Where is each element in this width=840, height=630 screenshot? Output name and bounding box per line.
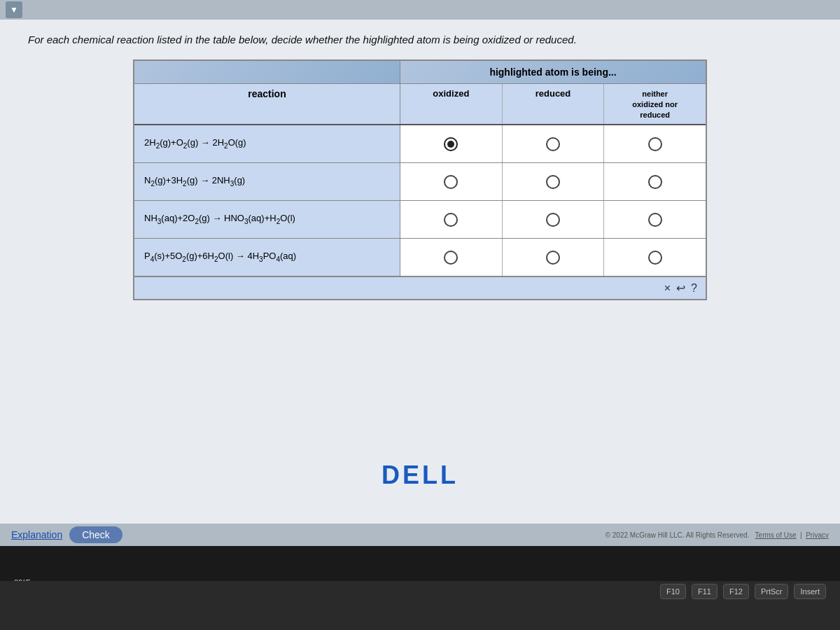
row3-reduced-radio[interactable] [503,201,605,238]
radio-button[interactable] [444,175,458,189]
dell-logo: DELL [382,461,458,490]
options-headers: oxidized reduced neitheroxidized norredu… [400,84,706,124]
row4-oxidized-radio[interactable] [400,239,503,276]
table-row: P4(s)+5O2(g)+6H2O(l) → 4H3PO4(aq) [134,239,706,276]
bottom-bar: Explanation Check © 2022 McGraw Hill LLC… [0,524,840,546]
f10-key: F10 [660,584,686,599]
row2-neither-radio[interactable] [604,163,706,200]
row3-oxidized-radio[interactable] [400,201,503,238]
row2-oxidized-radio[interactable] [400,163,503,200]
table-header-section: highlighted atom is being... [134,61,706,84]
row3-neither-radio[interactable] [604,201,706,238]
table-action-row: × ↩ ? [134,276,706,299]
close-icon[interactable]: × [664,282,671,295]
top-bar: ▼ [0,0,840,20]
radio-button[interactable] [648,213,662,227]
reaction-cell-2: N2(g)+3H2(g) → 2NH3(g) [134,163,400,200]
copyright-text: © 2022 McGraw Hill LLC. All Rights Reser… [606,531,829,539]
explanation-button[interactable]: Explanation [11,529,62,540]
reaction-col-label: reaction [134,84,400,124]
radio-button[interactable] [444,251,458,265]
radio-button[interactable] [546,175,560,189]
insert-key: Insert [794,584,826,599]
reaction-cell-4: P4(s)+5O2(g)+6H2O(l) → 4H3PO4(aq) [134,239,400,276]
privacy-link[interactable]: Privacy [806,531,829,539]
help-icon[interactable]: ? [691,282,697,295]
row1-neither-radio[interactable] [604,125,706,162]
col-header-neither: neitheroxidized norreduced [604,84,706,124]
row3-options [400,201,706,238]
table-row: 2H2(g)+O2(g) → 2H2O(g) [134,125,706,163]
reactions-table: highlighted atom is being... reaction ox… [133,59,707,300]
table-row: N2(g)+3H2(g) → 2NH3(g) [134,163,706,201]
radio-button[interactable] [546,137,560,151]
reaction-header [134,61,400,83]
radio-button[interactable] [648,175,662,189]
row4-neither-radio[interactable] [604,239,706,276]
explanation-check-area: Explanation Check [11,526,122,543]
chevron-down-button[interactable]: ▼ [6,1,22,18]
row2-options [400,163,706,200]
radio-button[interactable] [444,213,458,227]
keyboard-area: F10 F11 F12 PrtScr Insert [0,581,840,630]
table-row: NH3(aq)+2O2(g) → HNO3(aq)+H2O(l) [134,201,706,239]
radio-button[interactable] [546,213,560,227]
table-actions: × ↩ ? [664,281,697,295]
f12-key: F12 [723,584,749,599]
instruction-text: For each chemical reaction listed in the… [28,34,812,46]
main-content: For each chemical reaction listed in the… [0,20,840,524]
row2-reduced-radio[interactable] [503,163,605,200]
col-header-oxidized: oxidized [400,84,503,124]
row1-reduced-radio[interactable] [503,125,605,162]
row4-options [400,239,706,276]
row1-options [400,125,706,162]
undo-icon[interactable]: ↩ [676,281,685,295]
row4-reduced-radio[interactable] [503,239,605,276]
col-header-reduced: reduced [503,84,605,124]
radio-button[interactable] [648,251,662,265]
terms-link[interactable]: Terms of Use [755,531,797,539]
radio-button[interactable] [648,137,662,151]
reaction-cell-1: 2H2(g)+O2(g) → 2H2O(g) [134,125,400,162]
f11-key: F11 [692,584,718,599]
prtscr-key: PrtScr [755,584,789,599]
row1-oxidized-radio[interactable] [400,125,503,162]
radio-button[interactable] [444,137,458,151]
highlighted-atom-header: highlighted atom is being... [400,61,706,83]
table-sub-header: reaction oxidized reduced neitheroxidize… [134,84,706,125]
check-button[interactable]: Check [69,526,122,543]
radio-button[interactable] [546,251,560,265]
reaction-cell-3: NH3(aq)+2O2(g) → HNO3(aq)+H2O(l) [134,201,400,238]
